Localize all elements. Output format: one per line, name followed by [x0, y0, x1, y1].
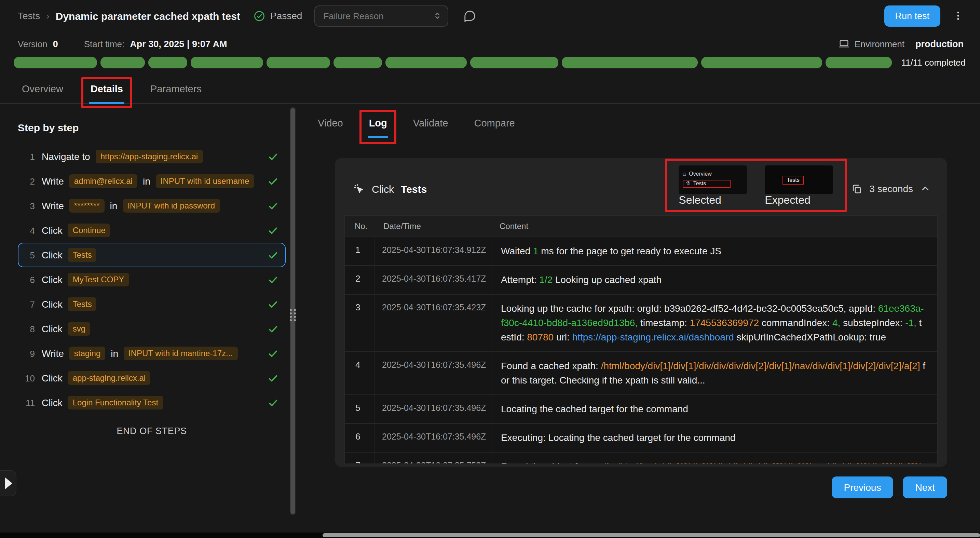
log-table-row[interactable]: 22025-04-30T16:07:35.417ZAttempt: 1/2 Lo… [345, 265, 937, 294]
panel-resize-handle[interactable] [288, 309, 298, 321]
mini-tests-label: Tests [693, 181, 706, 187]
log-text-orange: 80780 [527, 331, 554, 342]
horizontal-scrollbar[interactable] [0, 533, 980, 538]
log-tab-video-label: Video [318, 118, 343, 129]
step-row[interactable]: 8Clicksvg [18, 317, 286, 341]
mini-nav-tests: ⚗ Tests [683, 180, 730, 188]
chat-icon [463, 9, 476, 22]
expected-thumbnail[interactable]: Tests Expected [765, 166, 833, 207]
step-row[interactable]: 1Navigate tohttps://app-staging.relicx.a… [18, 144, 286, 169]
step-action: Click [42, 397, 62, 408]
step-number: 5 [22, 250, 35, 260]
step-joiner: in [143, 176, 150, 186]
log-table-row[interactable]: 32025-04-30T16:07:35.423ZLooking up the … [345, 294, 937, 352]
check-icon [264, 176, 278, 186]
check-icon [264, 299, 278, 309]
log-text-plain: skipUrlInCachedXPathLookup: true [734, 331, 886, 342]
step-row[interactable]: 7ClickTests [18, 292, 286, 317]
step-navigation: Previous Next [335, 476, 947, 498]
step-row[interactable]: 6ClickMyTest COPY [18, 267, 286, 292]
previous-button[interactable]: Previous [831, 476, 893, 498]
log-text-plain: url: [554, 331, 572, 342]
step-number: 7 [22, 299, 35, 309]
run-test-button[interactable]: Run test [884, 5, 940, 26]
step-target-badge: app-staging.relicx.ai [68, 371, 150, 385]
step-number: 1 [22, 151, 35, 162]
step-action: Write [42, 176, 64, 186]
log-text-plain: timestamp: [638, 317, 690, 328]
kebab-icon [953, 10, 964, 22]
step-row[interactable]: 3Write********inINPUT with id password [18, 193, 286, 218]
log-text-plain: Looking up cached xpath [552, 274, 662, 285]
log-row-timestamp: 2025-04-30T16:07:35.496Z [375, 395, 492, 423]
log-table-row[interactable]: 72025-04-30T16:07:35.753ZFound the objec… [345, 452, 937, 464]
comment-button[interactable] [463, 9, 476, 22]
step-row[interactable]: 2Writeadmin@relicx.aiinINPUT with id use… [18, 169, 286, 193]
progress-segment [334, 57, 382, 68]
log-tab-log[interactable]: Log [368, 115, 388, 137]
log-tab-validate[interactable]: Validate [412, 115, 450, 137]
failure-reason-select[interactable]: Failure Reason [314, 5, 448, 26]
step-row[interactable]: 4ClickContinue [18, 218, 286, 243]
log-text-green: -1, [905, 317, 916, 328]
top-bar: Tests › Dynamic parameter cached xpath t… [0, 0, 980, 32]
steps-scrollbar[interactable] [290, 107, 296, 516]
more-menu-button[interactable] [953, 10, 964, 22]
step-number: 6 [22, 274, 35, 285]
step-action: Click [42, 274, 62, 285]
step-target-badge: Tests [68, 298, 97, 311]
horizontal-scrollbar-thumb[interactable] [323, 533, 980, 537]
log-row-number: 4 [345, 352, 375, 395]
step-row[interactable]: 5ClickTests [18, 243, 286, 267]
log-table-row[interactable]: 12025-04-30T16:07:34.912ZWaited 1 ms for… [345, 237, 937, 265]
step-target-badge: Login Functionality Test [68, 396, 163, 409]
log-tab-compare-label: Compare [474, 118, 515, 129]
check-icon [264, 398, 278, 408]
step-target-badge: INPUT with id password [123, 199, 220, 213]
log-table-body: 12025-04-30T16:07:34.912ZWaited 1 ms for… [345, 237, 937, 464]
log-text-plain: Found a cached xpath: [501, 360, 601, 371]
expected-caption: Expected [765, 194, 833, 207]
expected-thumbnail-image: Tests [765, 166, 833, 194]
log-table-row[interactable]: 52025-04-30T16:07:35.496ZLocating the ca… [345, 395, 937, 423]
step-target-badge: admin@relicx.ai [69, 174, 137, 188]
progress-segment [701, 57, 822, 68]
log-tab-log-label: Log [369, 118, 387, 129]
version-value: 0 [53, 39, 58, 49]
step-target-badge: https://app-staging.relicx.ai [95, 150, 203, 163]
step-target-badge: svg [68, 322, 90, 336]
log-section: VideoLogValidateCompare Click Tests [317, 104, 947, 516]
selected-thumbnail-image: ⌂ Overview ⚗ Tests [679, 166, 747, 194]
progress-segment [471, 57, 558, 68]
step-row[interactable]: 9WritestaginginINPUT with id mantine-17z… [18, 341, 286, 366]
copy-button[interactable] [851, 183, 862, 194]
log-tabs: VideoLogValidateCompare [317, 115, 947, 137]
breadcrumb-tests[interactable]: Tests [18, 10, 40, 21]
tab-details[interactable]: Details [89, 81, 124, 103]
log-table-row[interactable]: 42025-04-30T16:07:35.496ZFound a cached … [345, 352, 937, 395]
progress-segment [825, 57, 892, 68]
log-text-plain: Executing: Locating the cached target fo… [501, 432, 735, 443]
log-row-number: 5 [345, 395, 375, 423]
selected-caption: Selected [679, 194, 747, 207]
step-row[interactable]: 11ClickLogin Functionality Test [18, 390, 286, 415]
log-link[interactable]: https://app-staging.relicx.ai/dashboard [572, 331, 734, 342]
cursor-click-icon [353, 183, 365, 195]
step-target-badge: Continue [68, 224, 110, 237]
next-button[interactable]: Next [903, 476, 947, 498]
selected-thumbnail[interactable]: ⌂ Overview ⚗ Tests Selected [679, 166, 747, 207]
step-target-badge: staging [69, 347, 105, 360]
log-table-row[interactable]: 62025-04-30T16:07:35.496ZExecuting: Loca… [345, 423, 937, 452]
tab-overview[interactable]: Overview [21, 81, 65, 103]
log-tab-compare[interactable]: Compare [473, 115, 516, 137]
log-text-plain: Locating the cached target for the comma… [501, 403, 688, 414]
drawer-expand-arrow-icon[interactable] [5, 477, 12, 489]
step-row[interactable]: 10Clickapp-staging.relicx.ai [18, 366, 286, 390]
tab-parameters[interactable]: Parameters [149, 81, 203, 103]
log-tab-video[interactable]: Video [317, 115, 344, 137]
log-row-number: 3 [345, 294, 375, 352]
step-number: 2 [22, 176, 35, 186]
step-target-badge: INPUT with id mantine-17z... [124, 347, 237, 360]
collapse-button[interactable] [920, 183, 931, 194]
start-time-value: Apr 30, 2025 | 9:07 AM [130, 39, 227, 49]
